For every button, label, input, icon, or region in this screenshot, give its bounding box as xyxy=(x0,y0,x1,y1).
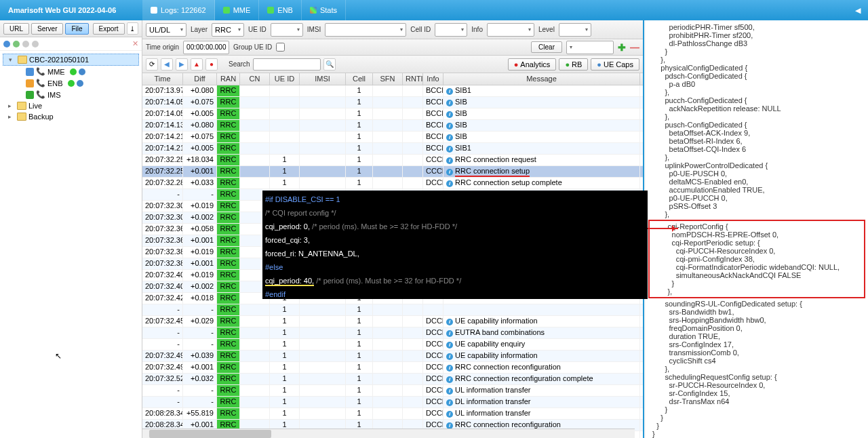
col-info[interactable]: Info xyxy=(423,73,443,85)
ueid-label: UE ID xyxy=(248,26,267,33)
arrow-icon xyxy=(646,228,678,229)
cursor-icon: ↖ xyxy=(55,351,62,361)
tree-cbc-2021050101[interactable]: ▾CBC-2021050101 xyxy=(3,54,139,66)
uldl-combo[interactable]: UL/DL ▾ xyxy=(146,23,186,37)
info-icon: i xyxy=(446,342,453,349)
table-row[interactable]: 20:07:32.494+0.039RRC11DCCHiUE capabilit… xyxy=(142,351,643,362)
table-row[interactable]: 20:07:14.054+0.075RRC1BCCHiSIB xyxy=(142,97,643,108)
table-row[interactable]: 20:07:14.214+0.075RRC1BCCHiSIB xyxy=(142,132,643,143)
forward-icon[interactable]: ▶ xyxy=(176,58,188,71)
h-scrollbar[interactable] xyxy=(142,429,635,438)
table-row[interactable]: 20:07:14.059+0.005RRC1BCCHiSIB xyxy=(142,108,643,120)
tree-live[interactable]: ▸Live xyxy=(3,100,139,111)
refresh-icon[interactable]: ⟳ xyxy=(146,58,158,71)
tree-node-enb[interactable]: 📞ENB xyxy=(3,77,139,89)
col-cell[interactable]: Cell xyxy=(346,73,373,85)
info-icon: i xyxy=(446,88,453,95)
time-origin-label: Time origin xyxy=(146,43,179,51)
tab-mme[interactable]: MME xyxy=(215,0,260,20)
cellid-label: Cell ID xyxy=(410,26,431,33)
detail-panel[interactable]: periodicPHR-Timer sf500, prohibitPHR-Tim… xyxy=(646,20,868,438)
tab-enb[interactable]: ENB xyxy=(259,0,302,20)
info-icon: i xyxy=(446,411,453,418)
table-row[interactable]: 20:07:14.139+0.080RRC1BCCHiSIB xyxy=(142,120,643,132)
code-overlay: #if DISABLE_CSI == 1 /* CQI report confi… xyxy=(262,191,648,299)
info-icon: i xyxy=(446,134,453,141)
table-row[interactable]: --RRC11DCCHiDL information transfer xyxy=(142,397,643,408)
info-icon: i xyxy=(446,319,453,325)
highlighted-config: cqi-ReportConfig { nomPDSCH-RS-EPRE-Offs… xyxy=(648,220,865,298)
level-label: Level xyxy=(538,26,555,33)
layer-label: Layer xyxy=(191,26,208,33)
dot-icon xyxy=(22,41,29,47)
dot-icon xyxy=(32,41,39,47)
export-icon[interactable]: ⤓ xyxy=(127,22,139,35)
table-row[interactable]: 20:07:32.253+18.034RRC11CCCHiRRC connect… xyxy=(142,155,643,166)
ueid-combo[interactable]: ▾ xyxy=(271,23,303,37)
group-ueid-checkbox[interactable] xyxy=(276,43,285,52)
uecaps-button[interactable]: ●UE Caps xyxy=(591,58,639,71)
table-row[interactable]: 20:07:32.254+0.001RRC11CCCHiRRC connecti… xyxy=(142,166,643,178)
chart-icon xyxy=(310,7,317,14)
file-button[interactable]: File xyxy=(65,23,88,35)
col-imsi[interactable]: IMSI xyxy=(300,73,346,85)
table-row[interactable]: --RRC11DCCHiUL information transfer xyxy=(142,385,643,397)
tab-logs-[interactable]: Logs: 122662 xyxy=(142,0,215,20)
info-icon: i xyxy=(446,330,453,337)
table-row[interactable]: 20:07:13.979+0.080RRC1BCCHiSIB1 xyxy=(142,85,643,97)
table-row[interactable]: 20:07:32.287+0.033RRC11DCCHiRRC connecti… xyxy=(142,178,643,189)
imsi-label: IMSI xyxy=(307,26,321,33)
close-icon[interactable]: ✕ xyxy=(132,39,138,48)
table-row[interactable]: --RRC11DCCHiEUTRA band combinations xyxy=(142,327,643,339)
warning-icon[interactable]: ▲ xyxy=(191,58,203,71)
group-ueid-label: Group UE ID xyxy=(233,43,272,51)
dot-icon xyxy=(13,41,20,47)
tab-stats[interactable]: Stats xyxy=(302,0,346,20)
table-row[interactable]: --RRC11DCCHiUE capability enquiry xyxy=(142,339,643,351)
rb-button[interactable]: ●RB xyxy=(559,58,588,71)
collapse-left-icon[interactable]: ◀ xyxy=(848,6,868,15)
tree-node-mme[interactable]: 📞MME xyxy=(3,66,139,77)
add-icon[interactable]: ✚ xyxy=(618,42,626,53)
binoculars-icon[interactable]: 🔍 xyxy=(323,58,336,71)
search-input[interactable] xyxy=(253,58,321,71)
filter-preset-combo[interactable]: ▾ xyxy=(566,41,614,54)
col-diff[interactable]: Diff xyxy=(183,73,217,85)
table-row[interactable]: 20:07:32.495+0.001RRC11DCCHiRRC connecti… xyxy=(142,362,643,374)
table-row[interactable]: --RRC11 xyxy=(142,304,643,316)
info-icon: i xyxy=(446,146,453,153)
search-label: Search xyxy=(229,60,250,68)
error-icon[interactable]: ● xyxy=(205,58,218,71)
server-button[interactable]: Server xyxy=(31,23,63,35)
info-icon: i xyxy=(446,180,453,187)
col-ueid[interactable]: UE ID xyxy=(270,73,300,85)
node-icon xyxy=(223,7,230,14)
table-row[interactable]: 20:07:14.219+0.005RRC1BCCHiSIB1 xyxy=(142,143,643,155)
url-button[interactable]: URL xyxy=(3,23,29,35)
export-button[interactable]: Export xyxy=(93,23,125,35)
info-icon: i xyxy=(446,353,453,360)
col-time[interactable]: Time xyxy=(142,73,183,85)
table-row[interactable]: 20:07:32.455+0.029RRC11DCCHiUE capabilit… xyxy=(142,316,643,327)
analytics-button[interactable]: ●Analytics xyxy=(508,58,557,71)
info-combo[interactable]: ▾ xyxy=(487,23,534,37)
col-sfn[interactable]: SFN xyxy=(373,73,403,85)
info-icon: i xyxy=(446,388,453,395)
back-icon[interactable]: ◀ xyxy=(161,58,173,71)
level-combo[interactable]: ▾ xyxy=(559,23,591,37)
imsi-combo[interactable]: ▾ xyxy=(325,23,406,37)
clear-button[interactable]: Clear xyxy=(531,41,562,53)
dot-icon xyxy=(3,41,10,47)
table-row[interactable]: 20:07:32.527+0.032RRC11DCCHiRRC connecti… xyxy=(142,374,643,385)
cellid-combo[interactable]: ▾ xyxy=(435,23,467,37)
col-ran[interactable]: RAN xyxy=(217,73,240,85)
col-message[interactable]: Message xyxy=(443,73,640,85)
remove-icon[interactable]: — xyxy=(630,42,639,53)
tree-node-ims[interactable]: 📞IMS xyxy=(3,89,139,100)
col-rnti[interactable]: RNTI xyxy=(403,73,423,85)
time-origin-input[interactable]: 00:00:00.000 xyxy=(183,41,229,54)
col-cn[interactable]: CN xyxy=(240,73,270,85)
layer-combo[interactable]: RRC▾ xyxy=(212,23,244,37)
tree-backup[interactable]: ▸Backup xyxy=(3,111,139,122)
table-row[interactable]: 20:08:28.346+55.819RRC11DCCHiUL informat… xyxy=(142,408,643,420)
